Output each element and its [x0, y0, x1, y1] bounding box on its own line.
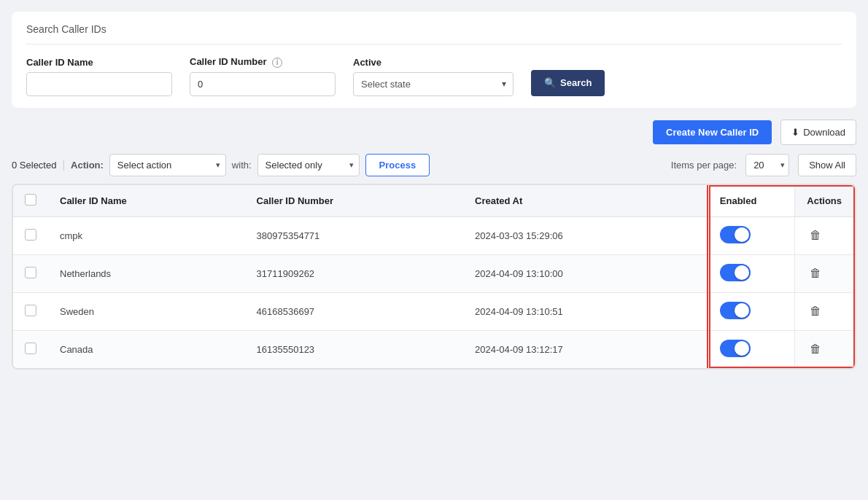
action-select-wrapper: Select action Enable Disable Delete ▾: [109, 154, 226, 176]
row-number: 46168536697: [245, 292, 463, 330]
delete-button[interactable]: 🗑: [807, 340, 824, 359]
header-caller-id-number: Caller ID Number: [245, 185, 463, 217]
row-checkbox-col: [13, 216, 48, 254]
table-row: cmpk 380975354771 2024-03-03 15:29:06 🗑: [13, 216, 854, 254]
with-label: with:: [232, 160, 252, 171]
create-new-caller-id-button[interactable]: Create New Caller ID: [653, 120, 772, 144]
row-actions: 🗑: [795, 254, 854, 292]
toolbar-row: Create New Caller ID ⬇ Download: [12, 120, 856, 145]
enabled-toggle[interactable]: [720, 264, 751, 281]
header-actions: Actions: [795, 185, 854, 217]
row-name: Netherlands: [48, 254, 245, 292]
toggle-track: [720, 264, 751, 281]
action-label: Action:: [71, 160, 104, 171]
row-checkbox-col: [13, 330, 48, 368]
items-per-page-label: Items per page:: [671, 160, 737, 171]
action-right: Items per page: 10 20 50 100 ▾ Show All: [671, 154, 856, 176]
toggle-thumb: [735, 227, 749, 242]
search-button[interactable]: 🔍 Search: [531, 70, 605, 96]
search-panel-title: Search Caller IDs: [26, 23, 842, 44]
search-fields: Caller ID Name Caller ID Number i Active…: [26, 56, 842, 96]
delete-button[interactable]: 🗑: [807, 226, 824, 245]
row-enabled: [708, 292, 795, 330]
row-created-at: 2024-04-09 13:12:17: [463, 330, 708, 368]
toggle-track: [720, 302, 751, 319]
row-name: cmpk: [48, 216, 245, 254]
row-enabled: [708, 254, 795, 292]
header-row: Caller ID Name Caller ID Number Created …: [13, 185, 854, 217]
row-created-at: 2024-03-03 15:29:06: [463, 216, 708, 254]
header-created-at: Created At: [463, 185, 708, 217]
row-checkbox-col: [13, 292, 48, 330]
action-select[interactable]: Select action Enable Disable Delete: [109, 154, 226, 176]
row-actions: 🗑: [795, 330, 854, 368]
caller-id-name-label: Caller ID Name: [26, 57, 172, 68]
table-body: cmpk 380975354771 2024-03-03 15:29:06 🗑: [13, 216, 854, 368]
ipp-select-wrapper: 10 20 50 100 ▾: [745, 154, 789, 176]
selected-only-wrapper: Selected only All items ▾: [257, 154, 360, 176]
table-row: Sweden 46168536697 2024-04-09 13:10:51 🗑: [13, 292, 854, 330]
row-checkbox-col: [13, 254, 48, 292]
row-checkbox[interactable]: [25, 305, 36, 316]
download-icon: ⬇: [791, 127, 799, 138]
enabled-toggle[interactable]: [720, 340, 751, 357]
active-group: Active Select state Active Inactive ▾: [353, 57, 514, 96]
delete-button[interactable]: 🗑: [807, 302, 824, 321]
enabled-toggle[interactable]: [720, 302, 751, 319]
toggle-thumb: [735, 303, 749, 318]
caller-id-table: Caller ID Name Caller ID Number Created …: [13, 185, 855, 368]
items-per-page-select[interactable]: 10 20 50 100: [745, 154, 789, 176]
table-header: Caller ID Name Caller ID Number Created …: [13, 185, 854, 217]
row-name: Canada: [48, 330, 245, 368]
selected-count-label: 0 Selected: [12, 160, 56, 171]
select-all-checkbox[interactable]: [25, 194, 36, 206]
active-select-wrapper: Select state Active Inactive ▾: [353, 72, 514, 96]
toggle-thumb: [735, 265, 749, 280]
table-container: Caller ID Name Caller ID Number Created …: [12, 184, 856, 370]
table-row: Canada 16135550123 2024-04-09 13:12:17 🗑: [13, 330, 854, 368]
toggle-thumb: [735, 341, 749, 356]
action-row: 0 Selected | Action: Select action Enabl…: [12, 154, 856, 176]
show-all-button[interactable]: Show All: [798, 154, 856, 176]
action-separator: |: [62, 159, 65, 171]
toggle-track: [720, 226, 751, 243]
toggle-track: [720, 340, 751, 357]
download-button[interactable]: ⬇ Download: [780, 120, 856, 145]
table-row: Netherlands 31711909262 2024-04-09 13:10…: [13, 254, 854, 292]
enabled-toggle[interactable]: [720, 226, 751, 243]
row-created-at: 2024-04-09 13:10:51: [463, 292, 708, 330]
active-select[interactable]: Select state Active Inactive: [353, 72, 514, 96]
caller-id-number-label: Caller ID Number i: [190, 56, 336, 68]
row-checkbox[interactable]: [25, 343, 36, 354]
caller-id-name-group: Caller ID Name: [26, 57, 172, 96]
row-enabled: [708, 216, 795, 254]
process-button[interactable]: Process: [365, 154, 430, 176]
caller-id-name-input[interactable]: [26, 72, 172, 96]
row-actions: 🗑: [795, 216, 854, 254]
search-icon: 🔍: [544, 77, 556, 88]
action-left: 0 Selected | Action: Select action Enabl…: [12, 154, 430, 176]
row-number: 31711909262: [245, 254, 463, 292]
row-name: Sweden: [48, 292, 245, 330]
row-checkbox[interactable]: [25, 267, 36, 278]
header-enabled: Enabled: [708, 185, 795, 217]
active-label: Active: [353, 57, 514, 68]
delete-button[interactable]: 🗑: [807, 264, 824, 283]
row-checkbox[interactable]: [25, 229, 36, 241]
header-checkbox-col: [13, 185, 48, 217]
row-number: 380975354771: [245, 216, 463, 254]
caller-id-number-group: Caller ID Number i: [190, 56, 336, 96]
page-wrapper: Search Caller IDs Caller ID Name Caller …: [0, 0, 868, 500]
row-enabled: [708, 330, 795, 368]
search-panel: Search Caller IDs Caller ID Name Caller …: [12, 12, 856, 108]
caller-id-number-info-icon[interactable]: i: [272, 58, 282, 68]
row-actions: 🗑: [795, 292, 854, 330]
row-number: 16135550123: [245, 330, 463, 368]
selected-only-select[interactable]: Selected only All items: [257, 154, 360, 176]
caller-id-number-input[interactable]: [190, 72, 336, 96]
header-caller-id-name: Caller ID Name: [48, 185, 245, 217]
row-created-at: 2024-04-09 13:10:00: [463, 254, 708, 292]
